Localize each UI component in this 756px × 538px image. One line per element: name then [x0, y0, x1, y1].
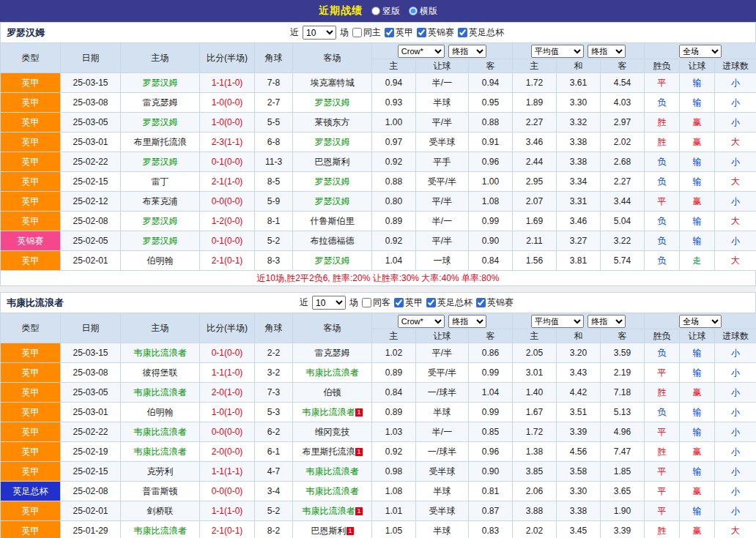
goals-over-under: 小 — [715, 343, 756, 363]
away-team[interactable]: 埃克塞特城 — [293, 73, 372, 93]
goals-over-under: 小 — [715, 501, 756, 521]
away-team[interactable]: 什鲁斯伯里 — [293, 212, 372, 231]
home-team[interactable]: 罗瑟汉姆 — [121, 152, 200, 172]
col-header-home: 主场 — [121, 43, 200, 73]
same-venue-checkbox[interactable]: 同主 — [352, 26, 381, 39]
away-team[interactable]: 罗瑟汉姆 — [293, 132, 372, 152]
ah-odds-header: Crow* 终指 — [372, 313, 513, 329]
score: 2-1(0-1) — [200, 521, 255, 538]
ah-final-select[interactable]: 终指 — [448, 315, 486, 328]
away-team[interactable]: 巴恩斯利 — [293, 152, 372, 172]
bookmaker-select[interactable]: Crow* — [398, 315, 445, 328]
red-card-badge: 1 — [355, 448, 362, 456]
home-team[interactable]: 韦康比流浪者 — [121, 442, 200, 462]
away-team[interactable]: 伯顿 — [293, 383, 372, 403]
table-row: 英锦赛 25-02-05 罗瑟汉姆 0-1(0-0) 5-2 布拉德福德 0.9… — [1, 231, 756, 251]
result-wdl: 胜 — [645, 442, 680, 462]
layout-radio-vertical[interactable]: 竖版 — [371, 5, 400, 18]
league-filter-checkbox[interactable]: 英甲 — [385, 26, 413, 39]
away-team[interactable]: 韦康比流浪者1 — [293, 501, 372, 521]
ah-result: 输 — [680, 172, 715, 192]
home-team[interactable]: 韦康比流浪者 — [121, 521, 200, 538]
eu-away-odds: 7.47 — [601, 442, 645, 462]
goals-over-under: 小 — [715, 482, 756, 501]
home-team[interactable]: 彼得堡联 — [121, 363, 200, 383]
eu-draw-odds: 4.42 — [557, 383, 601, 403]
recent-games-select[interactable]: 10 — [312, 296, 346, 310]
corners: 2-7 — [255, 93, 293, 113]
away-team[interactable]: 雷克瑟姆 — [293, 343, 372, 363]
euro-average-select[interactable]: 平均值 — [531, 315, 584, 328]
games-label: 场 — [340, 26, 349, 39]
home-team[interactable]: 伯明翰 — [121, 403, 200, 422]
away-team[interactable]: 罗瑟汉姆 — [293, 93, 372, 113]
same-venue-checkbox[interactable]: 同客 — [362, 296, 390, 309]
away-team[interactable]: 韦康比流浪者 — [293, 462, 372, 482]
ah-away-odds: 0.96 — [469, 152, 513, 172]
away-team[interactable]: 布拉德福德 — [293, 231, 372, 251]
away-team[interactable]: 罗瑟汉姆 — [293, 251, 372, 271]
goals-over-under: 小 — [715, 152, 756, 172]
euro-final-select[interactable]: 终指 — [588, 315, 626, 328]
scope-select[interactable]: 全场 — [679, 315, 722, 328]
home-team[interactable]: 韦康比流浪者 — [121, 383, 200, 403]
eu-draw-odds: 3.27 — [557, 231, 601, 251]
home-team[interactable]: 布莱克浦 — [121, 192, 200, 212]
euro-final-select[interactable]: 终指 — [588, 45, 626, 58]
away-team[interactable]: 韦康比流浪者 — [293, 482, 372, 501]
home-team[interactable]: 韦康比流浪者 — [121, 343, 200, 363]
euro-average-select[interactable]: 平均值 — [531, 45, 584, 58]
vertical-radio-input[interactable] — [371, 7, 380, 15]
league-filter-checkbox[interactable]: 英锦赛 — [417, 26, 454, 39]
home-team[interactable]: 罗瑟汉姆 — [121, 212, 200, 231]
home-team[interactable]: 克劳利 — [121, 462, 200, 482]
home-team[interactable]: 雷克瑟姆 — [121, 93, 200, 113]
result-wdl: 胜 — [645, 521, 680, 538]
eu-away-odds: 5.04 — [601, 212, 645, 231]
home-team[interactable]: 剑桥联 — [121, 501, 200, 521]
away-team[interactable]: 罗瑟汉姆 — [293, 192, 372, 212]
league-filter-checkbox[interactable]: 英锦赛 — [476, 296, 514, 309]
away-team[interactable]: 布里斯托流浪1 — [293, 442, 372, 462]
home-team[interactable]: 雷丁 — [121, 172, 200, 192]
away-team[interactable]: 韦康比流浪者1 — [293, 403, 372, 422]
league-filter-checkbox[interactable]: 英足总杯 — [458, 26, 504, 39]
eu-away-odds: 2.19 — [601, 363, 645, 383]
home-team[interactable]: 罗瑟汉姆 — [121, 231, 200, 251]
home-team[interactable]: 普雷斯顿 — [121, 482, 200, 501]
horizontal-radio-input[interactable] — [409, 7, 418, 15]
ah-line: 半/一 — [416, 212, 469, 231]
away-team[interactable]: 巴恩斯利1 — [293, 521, 372, 538]
page-title: 近期战绩 — [319, 4, 363, 18]
home-team[interactable]: 伯明翰 — [121, 251, 200, 271]
score: 1-1(1-0) — [200, 363, 255, 383]
scope-select[interactable]: 全场 — [679, 45, 722, 58]
ah-line: 平/半 — [416, 343, 469, 363]
eu-home-odds: 2.95 — [513, 172, 557, 192]
away-team[interactable]: 维冈竞技 — [293, 422, 372, 442]
recent-games-select[interactable]: 10 — [303, 26, 336, 40]
home-team[interactable]: 布里斯托流浪 — [121, 132, 200, 152]
away-team[interactable]: 罗瑟汉姆 — [293, 172, 372, 192]
ah-away-odds: 1.08 — [469, 192, 513, 212]
ah-away-odds: 0.90 — [469, 462, 513, 482]
league-badge: 英甲 — [1, 212, 61, 231]
ah-home-odds: 0.89 — [372, 212, 416, 231]
goals-over-under: 小 — [715, 93, 756, 113]
league-filter-checkbox[interactable]: 英足总杯 — [426, 296, 472, 309]
away-team[interactable]: 韦康比流浪者 — [293, 363, 372, 383]
league-filter-checkbox[interactable]: 英甲 — [394, 296, 423, 309]
bookmaker-select[interactable]: Crow* — [398, 45, 445, 58]
ah-home-odds: 0.89 — [372, 363, 416, 383]
ah-line: 一/球半 — [416, 383, 469, 403]
home-team[interactable]: 韦康比流浪者 — [121, 422, 200, 442]
ah-line: 受半球 — [416, 132, 469, 152]
ah-away-odds: 0.84 — [469, 251, 513, 271]
layout-radio-horizontal[interactable]: 横版 — [409, 5, 437, 18]
home-team[interactable]: 罗瑟汉姆 — [121, 73, 200, 93]
home-team[interactable]: 罗瑟汉姆 — [121, 113, 200, 132]
away-team[interactable]: 莱顿东方 — [293, 113, 372, 132]
ah-final-select[interactable]: 终指 — [448, 45, 486, 58]
eu-draw-odds: 3.45 — [557, 521, 601, 538]
ah-away-odds: 0.96 — [469, 442, 513, 462]
